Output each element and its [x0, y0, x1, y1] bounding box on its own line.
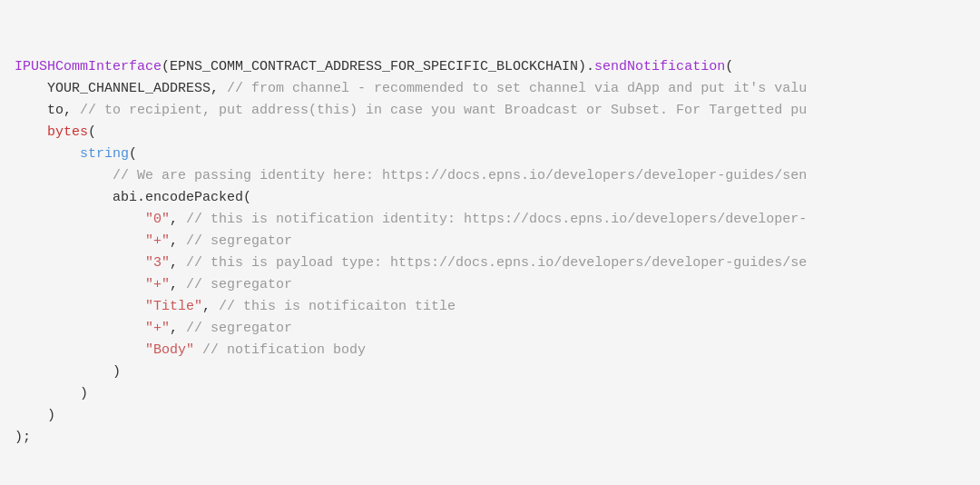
- code-segment: ,: [202, 299, 219, 314]
- code-segment: "+": [145, 321, 170, 336]
- code-segment: ,: [170, 277, 186, 292]
- code-segment: (: [725, 59, 733, 74]
- code-segment: // We are passing identity here: https:/…: [113, 168, 807, 183]
- code-line-10: "3", // this is payload type: https://do…: [15, 252, 965, 274]
- code-segment: // this is notificaiton title: [219, 299, 456, 314]
- code-line-5: string(: [15, 144, 965, 165]
- code-segment: string: [80, 146, 129, 162]
- code-line-8: "0", // this is notification identity: h…: [15, 209, 965, 231]
- code-segment: ,: [170, 233, 186, 249]
- code-line-3: to, // to recipient, put address(this) i…: [15, 100, 965, 122]
- code-segment: // segregator: [186, 321, 292, 336]
- code-line-2: YOUR_CHANNEL_ADDRESS, // from channel - …: [15, 78, 965, 100]
- code-segment: [15, 299, 145, 314]
- code-line-4: bytes(: [15, 122, 965, 144]
- code-segment: bytes: [47, 124, 88, 140]
- code-line-9: "+", // segregator: [15, 231, 965, 252]
- code-segment: // segregator: [186, 277, 292, 292]
- code-segment: sendNotification: [594, 59, 725, 74]
- code-segment: abi.encodePacked(: [15, 190, 251, 205]
- code-line-1: IPUSHCommInterface(EPNS_COMM_CONTRACT_AD…: [15, 56, 965, 78]
- code-segment: // segregator: [186, 233, 292, 249]
- code-segment: (: [129, 146, 137, 162]
- code-line-11: "+", // segregator: [15, 274, 965, 296]
- code-segment: [15, 277, 145, 292]
- code-segment: [15, 342, 145, 358]
- code-line-6: // We are passing identity here: https:/…: [15, 165, 965, 187]
- code-segment: "+": [145, 277, 170, 292]
- code-block: IPUSHCommInterface(EPNS_COMM_CONTRACT_AD…: [0, 9, 980, 452]
- code-segment: // this is notification identity: https:…: [186, 212, 807, 227]
- code-segment: ): [15, 408, 55, 423]
- code-segment: "Body": [145, 342, 194, 358]
- code-line-14: "Body" // notification body: [15, 340, 965, 361]
- code-line-17: ): [15, 405, 965, 427]
- code-segment: [15, 255, 145, 271]
- code-segment: // to recipient, put address(this) in ca…: [80, 103, 807, 118]
- code-segment: [15, 146, 80, 162]
- code-segment: ,: [170, 212, 186, 227]
- code-line-12: "Title", // this is notificaiton title: [15, 296, 965, 318]
- code-segment: IPUSHCommInterface: [15, 59, 162, 74]
- code-segment: "Title": [145, 299, 202, 314]
- code-segment: "+": [145, 233, 170, 249]
- code-segment: ): [15, 386, 88, 401]
- code-segment: ,: [170, 321, 186, 336]
- code-segment: [15, 321, 145, 336]
- code-segment: // this is payload type: https://docs.ep…: [186, 255, 807, 271]
- code-segment: YOUR_CHANNEL_ADDRESS,: [15, 81, 227, 96]
- code-line-15: ): [15, 361, 965, 383]
- code-segment: "3": [145, 255, 170, 271]
- code-segment: // from channel - recommended to set cha…: [227, 81, 807, 96]
- code-segment: // notification body: [202, 342, 366, 358]
- code-container: IPUSHCommInterface(EPNS_COMM_CONTRACT_AD…: [0, 0, 980, 485]
- code-line-7: abi.encodePacked(: [15, 187, 965, 209]
- code-segment: ): [15, 364, 121, 380]
- code-line-13: "+", // segregator: [15, 318, 965, 340]
- code-segment: to,: [15, 103, 80, 118]
- code-line-18: );: [15, 427, 965, 449]
- code-segment: ,: [170, 255, 186, 271]
- code-segment: [15, 168, 113, 183]
- code-segment: "0": [145, 212, 170, 227]
- code-segment: (: [88, 124, 96, 140]
- code-segment: [15, 233, 145, 249]
- code-segment: [15, 124, 47, 140]
- code-segment: [194, 342, 202, 358]
- code-segment: [15, 212, 145, 227]
- code-segment: (EPNS_COMM_CONTRACT_ADDRESS_FOR_SPECIFIC…: [162, 59, 594, 74]
- code-line-16: ): [15, 383, 965, 405]
- code-segment: );: [15, 430, 31, 445]
